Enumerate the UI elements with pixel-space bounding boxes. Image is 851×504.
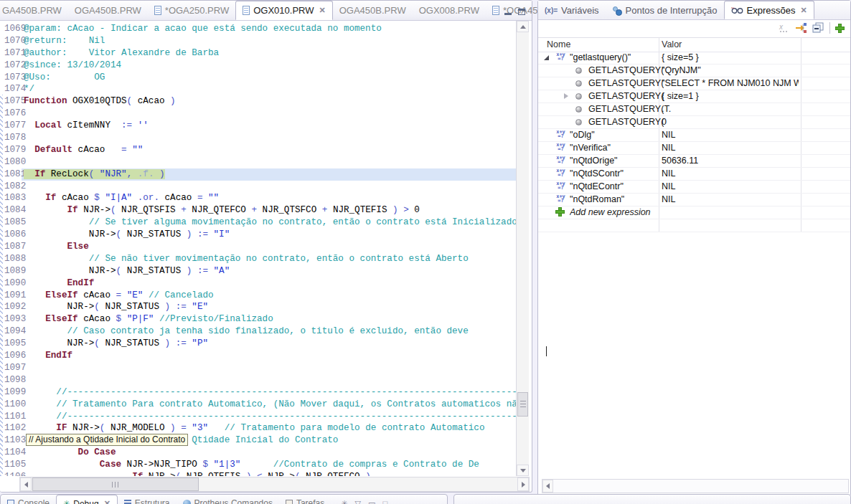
scroll-left-button[interactable] — [20, 477, 32, 491]
bottom-tab-estrutura[interactable]: Estrutura — [118, 495, 177, 504]
code-line[interactable]: 1097 — [0, 362, 516, 374]
code-line[interactable]: 1105 Case NJR->NJR_TIPO $ "1|3" //Contra… — [0, 459, 516, 471]
code-line[interactable]: 1100 // Tratamento Para contrato Automat… — [0, 399, 516, 411]
editor-tab-oga450bprw[interactable]: OGA450B.PRW — [333, 1, 413, 20]
editor-tab-ga450bprw[interactable]: GA450B.PRW — [0, 1, 68, 20]
filter-icon[interactable]: ▽ — [355, 499, 361, 504]
expression-row[interactable]: x+y=?"getlastquery()"{ size=5 } — [538, 51, 850, 65]
code-line[interactable]: 1096 EndIf — [0, 350, 516, 362]
column-header-valor[interactable]: Valor — [662, 38, 799, 51]
maximize-icon[interactable] — [518, 9, 525, 15]
column-header-nome[interactable]: Nome — [547, 38, 570, 51]
expression-row[interactable]: GETLASTQUERY(.T. — [538, 103, 850, 116]
code-line[interactable]: 1089 NJR->( NJR_STATUS ) := "A" — [0, 265, 516, 277]
minimize-icon[interactable] — [504, 6, 512, 15]
code-text: IF NJR->( NJR_MODELO ) = "3" // Tratamen… — [24, 423, 484, 433]
code-line[interactable]: 1085 // Se tiver alguma movimentação no … — [0, 217, 516, 229]
expression-row[interactable]: x+y=?"nQtdEContr"NIL — [538, 180, 850, 194]
editor-tab-ogx008prw[interactable]: OGX008.PRW — [413, 1, 486, 20]
editor-tab-ogx010prw[interactable]: OGX010.PRW✕ — [235, 1, 333, 20]
code-line[interactable]: 1078 — [0, 132, 516, 144]
close-icon[interactable]: ✕ — [319, 6, 325, 15]
scroll-right-button[interactable] — [517, 477, 529, 491]
code-line[interactable]: 1074*/ — [0, 83, 516, 95]
bottom-tab-tarefas[interactable]: Tarefas — [279, 495, 331, 504]
code-line[interactable]: 1094 // Caso contrato ja tenha sido fina… — [0, 325, 516, 338]
code-line[interactable]: 1102 IF NJR->( NJR_MODELO ) = "3" // Tra… — [0, 422, 516, 434]
expression-row[interactable]: GETLASTQUERY(0 — [538, 115, 850, 129]
expression-row[interactable]: GETLASTQUERY({ size=1 } — [538, 90, 850, 103]
code-editor[interactable]: 1069@param: cAcao - Indicar a acao que e… — [0, 21, 516, 476]
editor-tab-oga250prw[interactable]: *OGA250.PRW — [148, 1, 235, 20]
expression-row[interactable]: Add new expression — [538, 206, 850, 219]
add-expression-row-icon[interactable] — [555, 207, 565, 217]
code-line[interactable]: 1071@author: Vitor Alexandre de Barba — [0, 47, 516, 60]
code-line[interactable]: 1091 ElseIf cAcao = "E" // Cancelado — [0, 290, 516, 302]
show-logical-structure-icon[interactable] — [795, 22, 807, 34]
code-line[interactable]: 1087 Else — [0, 241, 516, 253]
expression-name: Add new expression — [570, 206, 651, 219]
scroll-down-button[interactable] — [517, 465, 529, 476]
code-line[interactable]: 1072@since: 13/10/2014 — [0, 60, 516, 72]
code-line[interactable]: 1098 — [0, 374, 516, 386]
tree-collapsed-icon[interactable] — [564, 93, 571, 99]
expression-icon: x+y=? — [555, 156, 566, 166]
menu-icon[interactable]: ✳ — [341, 499, 347, 504]
code-line[interactable]: 1093 ElseIf cAcao $ "P|F" //Previsto/Fin… — [0, 313, 516, 325]
editor-vertical-scrollbar[interactable] — [516, 21, 529, 476]
code-line[interactable]: 1082 — [0, 181, 516, 193]
line-number: 1073 — [0, 72, 24, 84]
collapse-all-icon[interactable] — [812, 22, 824, 34]
scroll-up-button[interactable] — [517, 21, 529, 32]
expression-row[interactable]: GETLASTQUERY("SELECT * FROM NJM010 NJM W… — [538, 77, 850, 90]
code-line[interactable]: 1086 NJR->( NJR_STATUS ) := "I" — [0, 229, 516, 241]
code-line[interactable]: 1088 // Se não tiver movimentação no con… — [0, 253, 516, 265]
expression-row[interactable]: x+y=?"nQtdRoman"NIL — [538, 193, 850, 206]
code-line[interactable]: 1079 Default cAcao = "" — [0, 144, 516, 156]
code-line[interactable]: 1081 If RecLock( "NJR", .f. ) — [0, 168, 516, 181]
code-text: If NJR->( NJR_QTSFIS + NJR_QTEFCO + NJR_… — [24, 205, 420, 215]
close-icon[interactable]: ✕ — [800, 6, 807, 15]
result-item-icon — [575, 119, 582, 125]
show-type-names-icon[interactable]: x — [778, 22, 790, 34]
vertical-scroll-thumb[interactable] — [517, 392, 528, 417]
maximize-icon[interactable]: □ — [382, 499, 387, 504]
add-expression-icon[interactable] — [835, 24, 845, 33]
code-line[interactable]: 1090 EndIf — [0, 277, 516, 290]
expression-row[interactable]: x+y=?"nQtdSContr"NIL — [538, 167, 850, 181]
scroll-left-button[interactable] — [542, 480, 553, 493]
close-icon[interactable]: ✕ — [104, 499, 111, 504]
code-line[interactable]: 1101 //---------------------------------… — [0, 411, 516, 423]
code-line[interactable]: 1080 — [0, 156, 516, 168]
arrow-down-icon — [520, 469, 526, 475]
code-line[interactable]: 1083 If cAcao $ "I|A" .or. cAcao = "" — [0, 192, 516, 204]
expression-row[interactable]: x+y=?"nVerifica"NIL — [538, 141, 850, 155]
code-line[interactable]: 1077 Local cItemNNY := '' — [0, 120, 516, 132]
expression-row[interactable]: GETLASTQUERY("QryNJM" — [538, 64, 850, 77]
code-line[interactable]: 1075Function OGX010QTDS( cAcao ) — [0, 95, 516, 108]
code-line[interactable]: 1104 Do Case — [0, 447, 516, 459]
code-line[interactable]: 1084 If NJR->( NJR_QTSFIS + NJR_QTEFCO +… — [0, 204, 516, 217]
editor-tab-oga450bprw[interactable]: OGA450B.PRW — [68, 1, 148, 20]
debug-tab-pontos-de-interrup-o[interactable]: Pontos de Interrupção — [606, 1, 724, 19]
expression-row[interactable]: x+y=?"oDlg"NIL — [538, 128, 850, 142]
panel-horizontal-scrollbar[interactable] — [542, 479, 849, 493]
minimize-icon[interactable]: ▭ — [368, 499, 375, 504]
code-line[interactable]: 1069@param: cAcao - Indicar a acao que e… — [0, 23, 516, 35]
code-line[interactable]: 1076 — [0, 108, 516, 120]
code-line[interactable]: 1070@return: Nil — [0, 35, 516, 47]
code-line[interactable]: 1106 If NJR->( NJR_QTEFIS ) < NJR->( NJR… — [0, 471, 516, 476]
horizontal-scroll-thumb[interactable] — [32, 477, 199, 491]
code-line[interactable]: 1095 NJR->( NJR_STATUS ) := "P" — [0, 338, 516, 350]
code-line[interactable]: 1073@Uso: OG — [0, 72, 516, 84]
debug-tab-express-es[interactable]: x=Expressões✕ — [724, 1, 814, 19]
bottom-tab-protheus-comandos[interactable]: Protheus Comandos — [177, 495, 279, 504]
tree-expanded-icon[interactable] — [544, 55, 549, 60]
code-line[interactable]: 1092 NJR->( NJR_STATUS ) := "E" — [0, 301, 516, 313]
expression-row[interactable]: x+y=?"nQtdOrige"50636.11 — [538, 154, 850, 168]
code-line[interactable]: 1099 //---------------------------------… — [0, 386, 516, 399]
debug-tab-vari-veis[interactable]: (x)=Variáveis — [538, 1, 606, 19]
bottom-tab-debug[interactable]: ✳Debug✕ — [56, 495, 118, 504]
editor-horizontal-scrollbar[interactable] — [19, 477, 530, 492]
bottom-tab-console[interactable]: Console — [1, 495, 56, 504]
